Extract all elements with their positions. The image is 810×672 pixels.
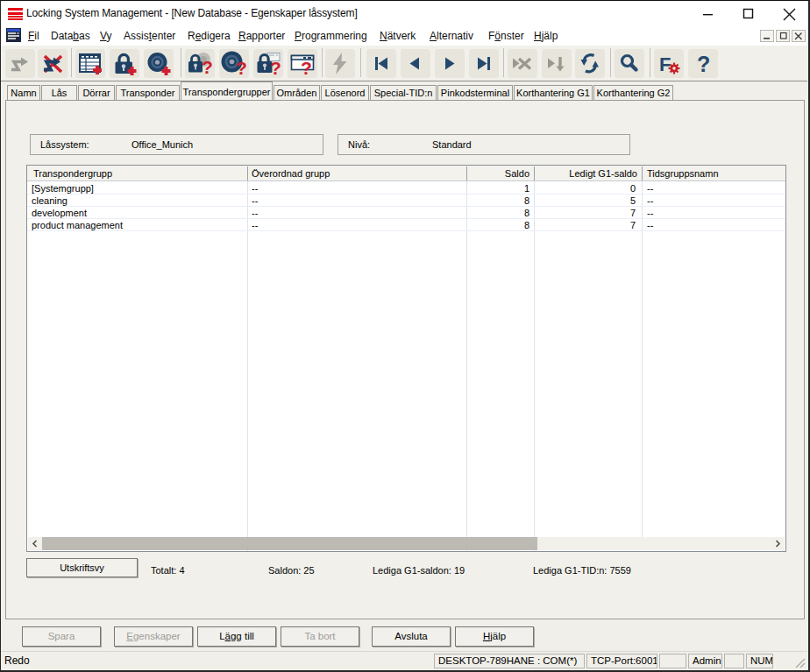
svg-text:F: F xyxy=(659,53,671,75)
svg-text:?: ? xyxy=(697,52,710,76)
svg-text:?: ? xyxy=(301,58,312,78)
svg-text:?: ? xyxy=(270,58,281,78)
svg-text:?: ? xyxy=(236,58,247,78)
svg-text:?: ? xyxy=(202,57,213,77)
